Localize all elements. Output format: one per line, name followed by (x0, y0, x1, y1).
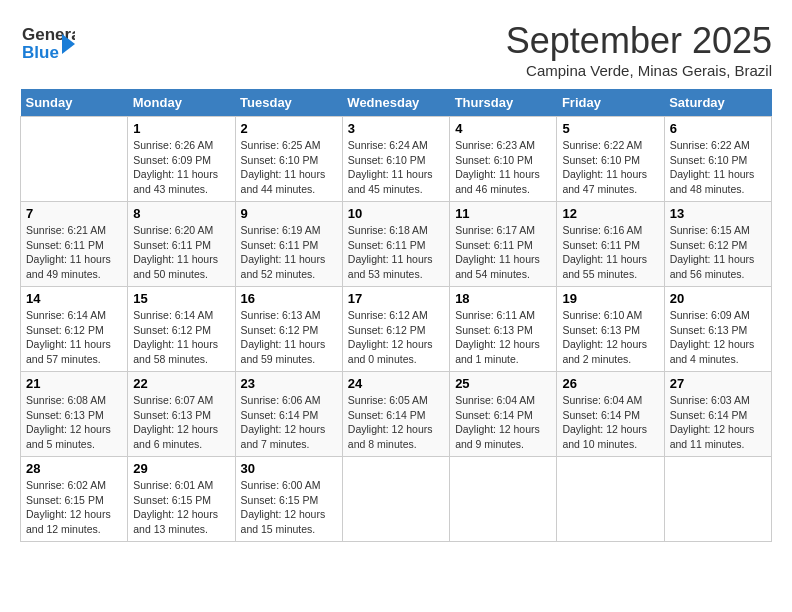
calendar-cell: 24Sunrise: 6:05 AM Sunset: 6:14 PM Dayli… (342, 372, 449, 457)
day-number: 21 (26, 376, 122, 391)
calendar-cell (557, 457, 664, 542)
day-info: Sunrise: 6:16 AM Sunset: 6:11 PM Dayligh… (562, 223, 658, 282)
calendar-cell: 3Sunrise: 6:24 AM Sunset: 6:10 PM Daylig… (342, 117, 449, 202)
day-number: 9 (241, 206, 337, 221)
day-info: Sunrise: 6:02 AM Sunset: 6:15 PM Dayligh… (26, 478, 122, 537)
calendar-cell: 15Sunrise: 6:14 AM Sunset: 6:12 PM Dayli… (128, 287, 235, 372)
day-info: Sunrise: 6:26 AM Sunset: 6:09 PM Dayligh… (133, 138, 229, 197)
weekday-header-tuesday: Tuesday (235, 89, 342, 117)
day-info: Sunrise: 6:14 AM Sunset: 6:12 PM Dayligh… (133, 308, 229, 367)
page-header: General Blue September 2025 Campina Verd… (20, 20, 772, 79)
day-number: 27 (670, 376, 766, 391)
day-number: 26 (562, 376, 658, 391)
day-info: Sunrise: 6:19 AM Sunset: 6:11 PM Dayligh… (241, 223, 337, 282)
calendar-cell (342, 457, 449, 542)
calendar-cell: 18Sunrise: 6:11 AM Sunset: 6:13 PM Dayli… (450, 287, 557, 372)
weekday-header-sunday: Sunday (21, 89, 128, 117)
day-number: 25 (455, 376, 551, 391)
day-info: Sunrise: 6:07 AM Sunset: 6:13 PM Dayligh… (133, 393, 229, 452)
title-area: September 2025 Campina Verde, Minas Gera… (506, 20, 772, 79)
day-number: 22 (133, 376, 229, 391)
calendar-cell: 1Sunrise: 6:26 AM Sunset: 6:09 PM Daylig… (128, 117, 235, 202)
day-number: 1 (133, 121, 229, 136)
day-info: Sunrise: 6:04 AM Sunset: 6:14 PM Dayligh… (455, 393, 551, 452)
day-number: 20 (670, 291, 766, 306)
calendar-cell: 2Sunrise: 6:25 AM Sunset: 6:10 PM Daylig… (235, 117, 342, 202)
day-info: Sunrise: 6:03 AM Sunset: 6:14 PM Dayligh… (670, 393, 766, 452)
day-number: 2 (241, 121, 337, 136)
day-info: Sunrise: 6:04 AM Sunset: 6:14 PM Dayligh… (562, 393, 658, 452)
day-info: Sunrise: 6:21 AM Sunset: 6:11 PM Dayligh… (26, 223, 122, 282)
location: Campina Verde, Minas Gerais, Brazil (506, 62, 772, 79)
day-info: Sunrise: 6:09 AM Sunset: 6:13 PM Dayligh… (670, 308, 766, 367)
day-number: 10 (348, 206, 444, 221)
weekday-header-wednesday: Wednesday (342, 89, 449, 117)
calendar-cell: 11Sunrise: 6:17 AM Sunset: 6:11 PM Dayli… (450, 202, 557, 287)
weekday-header-monday: Monday (128, 89, 235, 117)
calendar-cell (664, 457, 771, 542)
calendar-week-5: 28Sunrise: 6:02 AM Sunset: 6:15 PM Dayli… (21, 457, 772, 542)
day-number: 28 (26, 461, 122, 476)
day-info: Sunrise: 6:22 AM Sunset: 6:10 PM Dayligh… (670, 138, 766, 197)
day-info: Sunrise: 6:20 AM Sunset: 6:11 PM Dayligh… (133, 223, 229, 282)
calendar-week-1: 1Sunrise: 6:26 AM Sunset: 6:09 PM Daylig… (21, 117, 772, 202)
calendar-table: SundayMondayTuesdayWednesdayThursdayFrid… (20, 89, 772, 542)
month-title: September 2025 (506, 20, 772, 62)
day-number: 24 (348, 376, 444, 391)
day-info: Sunrise: 6:15 AM Sunset: 6:12 PM Dayligh… (670, 223, 766, 282)
day-info: Sunrise: 6:00 AM Sunset: 6:15 PM Dayligh… (241, 478, 337, 537)
calendar-week-3: 14Sunrise: 6:14 AM Sunset: 6:12 PM Dayli… (21, 287, 772, 372)
day-info: Sunrise: 6:17 AM Sunset: 6:11 PM Dayligh… (455, 223, 551, 282)
weekday-header-friday: Friday (557, 89, 664, 117)
day-info: Sunrise: 6:10 AM Sunset: 6:13 PM Dayligh… (562, 308, 658, 367)
day-number: 8 (133, 206, 229, 221)
calendar-cell: 5Sunrise: 6:22 AM Sunset: 6:10 PM Daylig… (557, 117, 664, 202)
day-info: Sunrise: 6:08 AM Sunset: 6:13 PM Dayligh… (26, 393, 122, 452)
calendar-cell: 17Sunrise: 6:12 AM Sunset: 6:12 PM Dayli… (342, 287, 449, 372)
day-number: 6 (670, 121, 766, 136)
day-number: 23 (241, 376, 337, 391)
day-info: Sunrise: 6:05 AM Sunset: 6:14 PM Dayligh… (348, 393, 444, 452)
day-info: Sunrise: 6:12 AM Sunset: 6:12 PM Dayligh… (348, 308, 444, 367)
calendar-cell: 13Sunrise: 6:15 AM Sunset: 6:12 PM Dayli… (664, 202, 771, 287)
day-info: Sunrise: 6:11 AM Sunset: 6:13 PM Dayligh… (455, 308, 551, 367)
weekday-header-thursday: Thursday (450, 89, 557, 117)
day-number: 5 (562, 121, 658, 136)
logo-icon: General Blue (20, 20, 75, 65)
day-info: Sunrise: 6:13 AM Sunset: 6:12 PM Dayligh… (241, 308, 337, 367)
day-number: 17 (348, 291, 444, 306)
calendar-cell: 12Sunrise: 6:16 AM Sunset: 6:11 PM Dayli… (557, 202, 664, 287)
day-number: 19 (562, 291, 658, 306)
calendar-cell: 9Sunrise: 6:19 AM Sunset: 6:11 PM Daylig… (235, 202, 342, 287)
calendar-cell (21, 117, 128, 202)
calendar-cell: 28Sunrise: 6:02 AM Sunset: 6:15 PM Dayli… (21, 457, 128, 542)
day-number: 15 (133, 291, 229, 306)
day-number: 3 (348, 121, 444, 136)
calendar-cell: 14Sunrise: 6:14 AM Sunset: 6:12 PM Dayli… (21, 287, 128, 372)
logo: General Blue (20, 20, 75, 65)
svg-text:Blue: Blue (22, 43, 59, 62)
day-number: 18 (455, 291, 551, 306)
calendar-cell: 10Sunrise: 6:18 AM Sunset: 6:11 PM Dayli… (342, 202, 449, 287)
day-info: Sunrise: 6:25 AM Sunset: 6:10 PM Dayligh… (241, 138, 337, 197)
calendar-cell: 22Sunrise: 6:07 AM Sunset: 6:13 PM Dayli… (128, 372, 235, 457)
calendar-week-2: 7Sunrise: 6:21 AM Sunset: 6:11 PM Daylig… (21, 202, 772, 287)
weekday-header-saturday: Saturday (664, 89, 771, 117)
day-info: Sunrise: 6:14 AM Sunset: 6:12 PM Dayligh… (26, 308, 122, 367)
day-number: 13 (670, 206, 766, 221)
day-number: 11 (455, 206, 551, 221)
calendar-cell: 23Sunrise: 6:06 AM Sunset: 6:14 PM Dayli… (235, 372, 342, 457)
calendar-cell: 26Sunrise: 6:04 AM Sunset: 6:14 PM Dayli… (557, 372, 664, 457)
day-info: Sunrise: 6:23 AM Sunset: 6:10 PM Dayligh… (455, 138, 551, 197)
calendar-cell: 7Sunrise: 6:21 AM Sunset: 6:11 PM Daylig… (21, 202, 128, 287)
calendar-cell: 16Sunrise: 6:13 AM Sunset: 6:12 PM Dayli… (235, 287, 342, 372)
calendar-cell: 29Sunrise: 6:01 AM Sunset: 6:15 PM Dayli… (128, 457, 235, 542)
day-info: Sunrise: 6:06 AM Sunset: 6:14 PM Dayligh… (241, 393, 337, 452)
day-number: 30 (241, 461, 337, 476)
calendar-cell: 4Sunrise: 6:23 AM Sunset: 6:10 PM Daylig… (450, 117, 557, 202)
day-info: Sunrise: 6:22 AM Sunset: 6:10 PM Dayligh… (562, 138, 658, 197)
calendar-cell: 30Sunrise: 6:00 AM Sunset: 6:15 PM Dayli… (235, 457, 342, 542)
day-number: 14 (26, 291, 122, 306)
weekday-header-row: SundayMondayTuesdayWednesdayThursdayFrid… (21, 89, 772, 117)
day-number: 4 (455, 121, 551, 136)
